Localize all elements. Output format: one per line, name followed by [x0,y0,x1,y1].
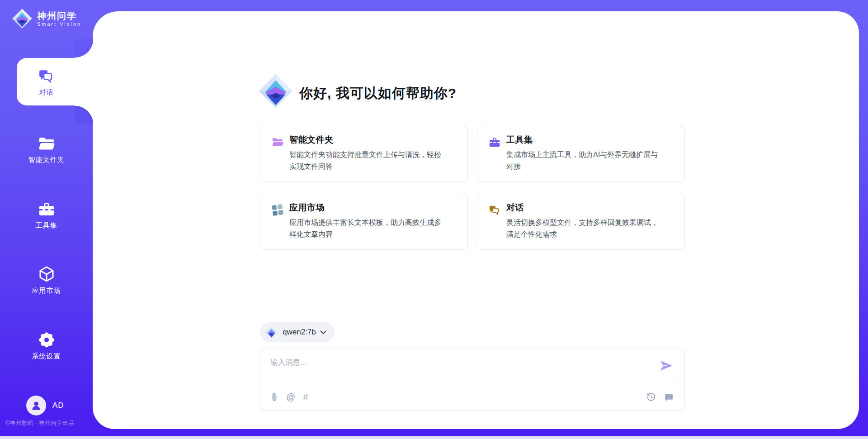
toolbox-icon [489,136,500,148]
card-toolset[interactable]: 工具集 集成市场上主流工具，助力AI与外界无缝扩展与对接 [477,126,685,182]
card-title: 对话 [506,202,524,214]
brand-diamond-icon [12,8,33,29]
tab-fillet-bottom [75,105,94,124]
sidebar-item-label: 工具集 [0,221,93,230]
grid-icon [272,204,283,216]
card-title: 应用市场 [289,202,325,214]
hero-diamond-icon [258,73,293,109]
attach-file-button[interactable] [270,391,278,402]
brand-name: 神州问学 [37,10,81,21]
sidebar-item-app-market[interactable]: 应用市场 [0,265,93,295]
sidebar-item-chat[interactable]: 对话 [0,67,93,97]
chat-square-icon [664,392,674,402]
gear-icon [38,331,56,349]
page-greeting: 你好, 我可以如何帮助你? [299,84,457,103]
message-input[interactable] [270,356,641,368]
card-title: 智能文件夹 [289,134,334,146]
user-name: AD [52,401,64,410]
model-name: qwen2:7b [283,328,316,337]
sidebar-footer: ©神州数码 · 神州问学出品 [5,420,96,427]
sidebar-item-settings[interactable]: 系统设置 [0,331,93,361]
model-diamond-icon [265,326,278,339]
person-icon [30,400,42,411]
sidebar-item-label: 应用市场 [0,286,93,295]
paperclip-icon [270,392,278,402]
bottom-scrollbar[interactable] [0,436,868,439]
brand-subtitle: Smart Vision [37,21,81,27]
composer-divider [267,383,678,383]
card-app-market[interactable]: 应用市场 应用市场提供丰富长文本模板，助力高效生成多样化文章内容 [260,194,468,250]
folder-icon [272,136,283,148]
chat-icon [489,204,500,216]
card-description: 集成市场上主流工具，助力AI与外界无缝扩展与对接 [506,149,662,172]
history-button[interactable] [646,391,656,402]
chat-bubbles-icon [38,69,55,83]
user-menu[interactable]: AD [26,396,64,415]
card-description: 智能文件夹功能支持批量文件上传与清洗，轻松实现文件问答 [289,149,445,172]
card-description: 应用市场提供丰富长文本模板，助力高效生成多样化文章内容 [289,217,445,240]
history-icon [646,392,656,402]
hashtag-button[interactable]: # [303,391,308,402]
folder-icon [38,136,55,151]
sidebar-item-toolset[interactable]: 工具集 [0,200,93,230]
card-chat[interactable]: 对话 灵活切换多模型文件，支持多样回复效果调试，满足个性化需求 [477,194,685,250]
chevron-down-icon [320,330,326,334]
card-title: 工具集 [506,134,533,146]
card-smart-folder[interactable]: 智能文件夹 智能文件夹功能支持批量文件上传与清洗，轻松实现文件问答 [260,126,468,182]
sidebar-item-label: 智能文件夹 [0,156,93,164]
avatar [26,396,46,415]
cube-icon [38,265,56,283]
sidebar-item-label: 对话 [0,88,93,97]
send-icon[interactable] [660,360,673,371]
toolbox-icon [38,201,55,217]
message-composer: @ # [260,348,685,411]
model-selector[interactable]: qwen2:7b [260,322,335,342]
app-root: 神州问学 Smart Vision 对话 智能文件夹 [0,0,868,439]
sidebar-item-smart-folder[interactable]: 智能文件夹 [0,134,93,164]
feature-cards: 智能文件夹 智能文件夹功能支持批量文件上传与清洗，轻松实现文件问答 [260,126,685,250]
card-description: 灵活切换多模型文件，支持多样回复效果调试，满足个性化需求 [506,217,662,240]
mention-button[interactable]: @ [286,391,295,402]
tab-fillet-top [75,39,94,58]
sidebar-item-label: 系统设置 [0,352,93,361]
feedback-button[interactable] [664,391,674,402]
brand-logo: 神州问学 Smart Vision [12,8,81,29]
